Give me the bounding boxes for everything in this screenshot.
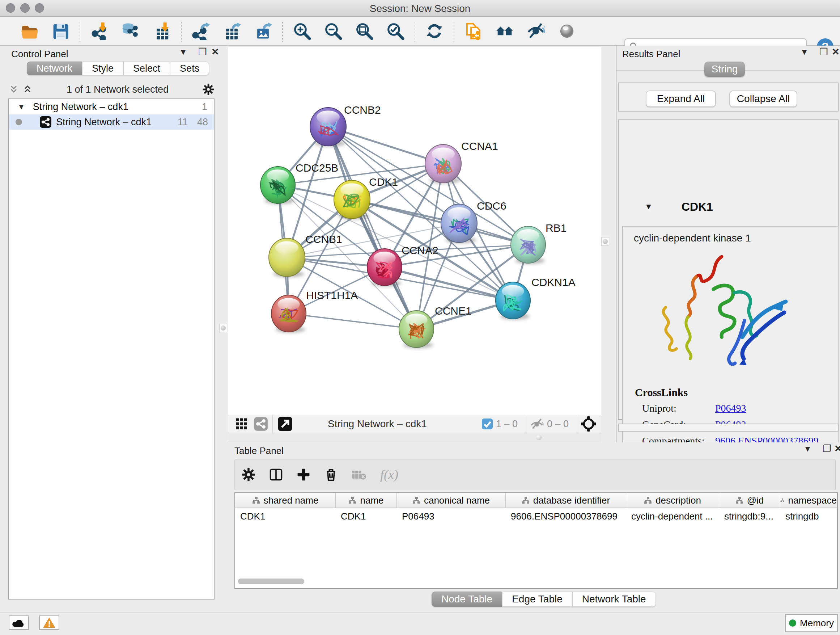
table-cell[interactable]: stringdb [780, 508, 837, 524]
right-splitter-handle[interactable] [601, 237, 609, 246]
delete-column-trash-icon[interactable] [324, 467, 338, 482]
column-header-description[interactable]: description [626, 493, 719, 508]
zoom-fit-button[interactable] [354, 21, 375, 42]
horizontal-splitter[interactable] [228, 433, 602, 442]
table-cell[interactable]: stringdb:9... [719, 508, 780, 524]
column-header-namespace[interactable]: namespace [780, 493, 837, 508]
import-network-from-file-button[interactable] [89, 21, 110, 42]
warning-status-button[interactable] [39, 616, 59, 630]
export-table-button[interactable] [221, 21, 242, 42]
table-cell[interactable]: CDK1 [235, 508, 336, 524]
new-network-from-selection-button[interactable] [463, 21, 484, 42]
tab-string[interactable]: String [704, 62, 745, 77]
network-node-CCNE1[interactable] [399, 310, 434, 348]
network-node-CCNA1[interactable] [425, 144, 461, 184]
network-node-CDKN1A[interactable] [496, 282, 531, 320]
memory-button[interactable]: Memory [785, 614, 838, 632]
column-header-id[interactable]: @id [719, 493, 780, 508]
tab-select[interactable]: Select [123, 62, 170, 75]
tab-network[interactable]: Network [27, 62, 82, 75]
network-node-HIST1H1A[interactable] [271, 295, 306, 333]
left-splitter-handle[interactable] [219, 324, 227, 333]
column-header-sharedname[interactable]: shared name [235, 493, 336, 508]
control-panel-title: Control Panel [11, 49, 68, 60]
expand-all-icon[interactable] [22, 84, 33, 95]
network-node-CDC6[interactable] [441, 204, 477, 243]
scrollbar-thumb[interactable] [238, 578, 304, 584]
edge-HIST1H1A-CCNE1[interactable] [289, 314, 416, 329]
table-cell[interactable]: CDK1 [336, 508, 397, 524]
first-neighbors-button[interactable] [494, 21, 515, 42]
table-panel-collapse-icon[interactable]: ▾ [805, 442, 810, 455]
network-collection-row[interactable]: ▼ String Network – cdk1 1 [9, 99, 214, 114]
network-node-CCNA2[interactable] [367, 249, 402, 287]
column-header-name[interactable]: name [336, 493, 397, 508]
results-panel-close-icon[interactable]: ✕ [832, 46, 840, 58]
export-image-button[interactable] [253, 21, 273, 42]
collection-disclosure-icon[interactable]: ▼ [18, 103, 25, 111]
network-options-gear-icon[interactable] [202, 83, 215, 96]
show-all-button[interactable] [556, 21, 577, 42]
control-panel-close-icon[interactable]: ✕ [211, 46, 219, 58]
table-panel-float-icon[interactable]: ❐ [823, 442, 831, 455]
crosslink-link-uniprot[interactable]: P06493 [715, 402, 746, 419]
tab-node-table[interactable]: Node Table [431, 592, 502, 607]
tab-edge-table[interactable]: Edge Table [502, 592, 572, 607]
collapse-all-button[interactable]: Collapse All [729, 90, 797, 107]
table-tabs: Node TableEdge TableNetwork Table [431, 592, 656, 607]
create-column-plus-icon[interactable] [296, 467, 311, 482]
show-columns-icon[interactable] [269, 467, 283, 482]
right-splitter[interactable] [601, 46, 616, 442]
export-network-button[interactable] [190, 21, 211, 42]
network-view-mode-icon[interactable] [254, 417, 268, 431]
title-bar: Session: New Session [0, 0, 840, 17]
save-session-button[interactable] [50, 21, 71, 42]
grid-view-icon[interactable] [235, 417, 248, 431]
apply-preferred-layout-button[interactable] [424, 21, 445, 42]
table-options-gear-icon[interactable] [241, 467, 256, 482]
table-horizontal-scrollbar[interactable] [238, 578, 835, 584]
selected-checkbox-icon[interactable] [482, 418, 493, 430]
control-panel-tabs: NetworkStyleSelectSets [27, 62, 209, 75]
expand-all-button[interactable]: Expand All [646, 90, 716, 107]
network-canvas[interactable]: CCNB2 CCNA1 CDC25B CDK1 CDC6 RB1 [228, 47, 602, 415]
import-network-icon [90, 22, 109, 40]
tab-sets[interactable]: Sets [170, 62, 209, 75]
table-cell[interactable]: P06493 [397, 508, 506, 524]
cloud-status-button[interactable] [9, 616, 29, 630]
network-node-RB1[interactable] [511, 226, 546, 264]
control-panel-float-icon[interactable]: ❐ [198, 46, 207, 58]
results-bottom-strip [618, 424, 838, 432]
column-header-canonicalname[interactable]: canonical name [397, 493, 506, 508]
table-cell[interactable]: cyclin-dependent ... [626, 508, 719, 524]
import-network-from-database-button[interactable] [120, 21, 141, 42]
results-panel-collapse-icon[interactable]: ▾ [802, 46, 807, 58]
control-panel-collapse-icon[interactable]: ▾ [181, 46, 186, 58]
import-table-from-file-button[interactable] [151, 21, 172, 42]
collapse-all-icon[interactable] [8, 84, 19, 95]
network-node-CDC25B[interactable] [261, 166, 295, 204]
gene-section-header[interactable]: ▼ CDK1 [621, 196, 840, 217]
tab-network-table[interactable]: Network Table [572, 592, 656, 607]
network-row[interactable]: String Network – cdk1 11 48 [9, 114, 214, 130]
table-body: CDK1CDK1P064939606.ENSP00000378699cyclin… [235, 508, 837, 524]
column-header-databaseidentifier[interactable]: database identifier [506, 493, 626, 508]
open-session-button[interactable] [19, 21, 40, 42]
gene-symbol: CDK1 [682, 200, 713, 214]
table-cell[interactable]: 9606.ENSP00000378699 [506, 508, 626, 524]
zoom-in-button[interactable] [292, 21, 313, 42]
tab-style[interactable]: Style [82, 62, 123, 75]
delete-table-icon [351, 467, 367, 482]
zoom-out-button[interactable] [323, 21, 344, 42]
results-panel-float-icon[interactable]: ❐ [819, 46, 828, 58]
birds-eye-view-icon[interactable] [277, 416, 293, 432]
zoom-selected-button[interactable] [385, 21, 406, 42]
hide-selected-button[interactable] [525, 21, 546, 42]
network-node-CCNB2[interactable] [310, 108, 346, 147]
table-row[interactable]: CDK1CDK1P064939606.ENSP00000378699cyclin… [235, 508, 837, 524]
gene-disclosure-icon[interactable]: ▼ [645, 202, 653, 211]
fit-content-crosshair-icon[interactable] [581, 416, 597, 432]
network-node-CCNB1[interactable] [269, 238, 305, 277]
network-node-CDK1[interactable] [334, 180, 370, 219]
table-panel-close-icon[interactable]: ✕ [834, 442, 840, 455]
